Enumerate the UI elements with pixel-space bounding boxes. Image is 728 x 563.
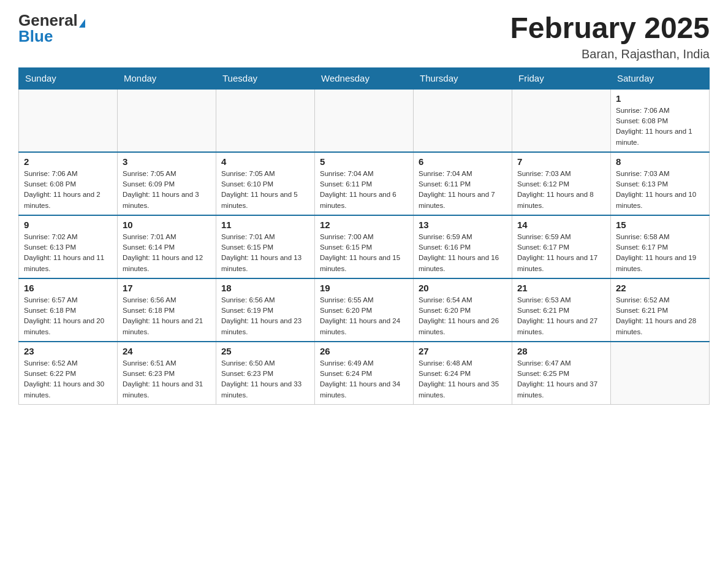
day-number: 3 <box>123 156 211 167</box>
day-number: 26 <box>320 346 408 356</box>
calendar-title: February 2025 <box>510 12 710 45</box>
day-number: 23 <box>24 346 112 356</box>
calendar-cell: 18Sunrise: 6:56 AMSunset: 6:19 PMDayligh… <box>216 278 315 342</box>
calendar-cell <box>611 342 710 405</box>
calendar-cell: 15Sunrise: 6:58 AMSunset: 6:17 PMDayligh… <box>611 215 710 278</box>
calendar-cell: 3Sunrise: 7:05 AMSunset: 6:09 PMDaylight… <box>118 152 216 215</box>
day-info: Sunrise: 6:49 AMSunset: 6:24 PMDaylight:… <box>320 358 408 400</box>
day-number: 19 <box>320 283 408 293</box>
day-number: 6 <box>419 156 507 167</box>
day-info: Sunrise: 6:56 AMSunset: 6:19 PMDaylight:… <box>221 295 309 337</box>
calendar-cell <box>414 89 512 152</box>
day-info: Sunrise: 7:05 AMSunset: 6:10 PMDaylight:… <box>221 169 309 211</box>
calendar-cell: 14Sunrise: 6:59 AMSunset: 6:17 PMDayligh… <box>512 215 611 278</box>
calendar-cell: 23Sunrise: 6:52 AMSunset: 6:22 PMDayligh… <box>19 342 118 405</box>
day-info: Sunrise: 7:05 AMSunset: 6:09 PMDaylight:… <box>123 169 211 211</box>
weekday-header-thursday: Thursday <box>414 67 512 89</box>
calendar-cell: 24Sunrise: 6:51 AMSunset: 6:23 PMDayligh… <box>118 342 216 405</box>
day-number: 12 <box>320 220 408 230</box>
calendar-cell: 17Sunrise: 6:56 AMSunset: 6:18 PMDayligh… <box>118 278 216 342</box>
day-number: 21 <box>517 283 605 293</box>
day-number: 17 <box>123 283 211 293</box>
logo-top-line: General <box>18 12 85 28</box>
day-info: Sunrise: 6:59 AMSunset: 6:17 PMDaylight:… <box>517 232 605 274</box>
calendar-cell: 11Sunrise: 7:01 AMSunset: 6:15 PMDayligh… <box>216 215 315 278</box>
calendar-cell: 26Sunrise: 6:49 AMSunset: 6:24 PMDayligh… <box>315 342 414 405</box>
day-number: 22 <box>616 283 704 293</box>
day-number: 5 <box>320 156 408 167</box>
week-row-4: 16Sunrise: 6:57 AMSunset: 6:18 PMDayligh… <box>19 278 710 342</box>
day-info: Sunrise: 7:02 AMSunset: 6:13 PMDaylight:… <box>24 232 112 274</box>
day-info: Sunrise: 6:57 AMSunset: 6:18 PMDaylight:… <box>24 295 112 337</box>
weekday-header-wednesday: Wednesday <box>315 67 414 89</box>
calendar-cell <box>512 89 611 152</box>
day-info: Sunrise: 7:06 AMSunset: 6:08 PMDaylight:… <box>616 105 704 148</box>
calendar-subtitle: Baran, Rajasthan, India <box>510 47 710 61</box>
calendar-cell: 12Sunrise: 7:00 AMSunset: 6:15 PMDayligh… <box>315 215 414 278</box>
calendar-cell: 25Sunrise: 6:50 AMSunset: 6:23 PMDayligh… <box>216 342 315 405</box>
day-number: 9 <box>24 220 112 230</box>
day-number: 8 <box>616 156 704 167</box>
day-info: Sunrise: 6:52 AMSunset: 6:22 PMDaylight:… <box>24 358 112 400</box>
day-info: Sunrise: 7:04 AMSunset: 6:11 PMDaylight:… <box>320 169 408 211</box>
day-info: Sunrise: 6:58 AMSunset: 6:17 PMDaylight:… <box>616 232 704 274</box>
weekday-header-tuesday: Tuesday <box>216 67 315 89</box>
day-info: Sunrise: 7:01 AMSunset: 6:14 PMDaylight:… <box>123 232 211 274</box>
day-number: 27 <box>419 346 507 356</box>
page-header: General Blue February 2025 Baran, Rajast… <box>18 12 710 61</box>
weekday-header-friday: Friday <box>512 67 611 89</box>
week-row-5: 23Sunrise: 6:52 AMSunset: 6:22 PMDayligh… <box>19 342 710 405</box>
calendar-cell <box>315 89 414 152</box>
calendar-cell: 16Sunrise: 6:57 AMSunset: 6:18 PMDayligh… <box>19 278 118 342</box>
day-number: 2 <box>24 156 112 167</box>
calendar-cell: 7Sunrise: 7:03 AMSunset: 6:12 PMDaylight… <box>512 152 611 215</box>
weekday-header-saturday: Saturday <box>611 67 710 89</box>
day-number: 20 <box>419 283 507 293</box>
logo-blue-text: Blue <box>18 27 53 45</box>
calendar-cell: 8Sunrise: 7:03 AMSunset: 6:13 PMDaylight… <box>611 152 710 215</box>
day-info: Sunrise: 6:47 AMSunset: 6:25 PMDaylight:… <box>517 358 605 400</box>
calendar-cell: 2Sunrise: 7:06 AMSunset: 6:08 PMDaylight… <box>19 152 118 215</box>
calendar-cell: 5Sunrise: 7:04 AMSunset: 6:11 PMDaylight… <box>315 152 414 215</box>
calendar-cell: 20Sunrise: 6:54 AMSunset: 6:20 PMDayligh… <box>414 278 512 342</box>
calendar-cell <box>118 89 216 152</box>
day-number: 1 <box>616 93 704 104</box>
day-info: Sunrise: 7:04 AMSunset: 6:11 PMDaylight:… <box>419 169 507 211</box>
calendar-cell: 9Sunrise: 7:02 AMSunset: 6:13 PMDaylight… <box>19 215 118 278</box>
weekday-header-row: SundayMondayTuesdayWednesdayThursdayFrid… <box>19 67 710 89</box>
day-number: 16 <box>24 283 112 293</box>
day-number: 25 <box>221 346 309 356</box>
calendar-cell: 22Sunrise: 6:52 AMSunset: 6:21 PMDayligh… <box>611 278 710 342</box>
logo-bottom-line: Blue <box>18 28 53 44</box>
day-number: 15 <box>616 220 704 230</box>
logo: General Blue <box>18 12 85 44</box>
calendar-cell <box>19 89 118 152</box>
day-info: Sunrise: 6:52 AMSunset: 6:21 PMDaylight:… <box>616 295 704 337</box>
day-number: 18 <box>221 283 309 293</box>
day-info: Sunrise: 7:06 AMSunset: 6:08 PMDaylight:… <box>24 169 112 211</box>
day-number: 4 <box>221 156 309 167</box>
day-info: Sunrise: 6:48 AMSunset: 6:24 PMDaylight:… <box>419 358 507 400</box>
calendar-cell: 6Sunrise: 7:04 AMSunset: 6:11 PMDaylight… <box>414 152 512 215</box>
calendar-cell: 19Sunrise: 6:55 AMSunset: 6:20 PMDayligh… <box>315 278 414 342</box>
day-info: Sunrise: 6:55 AMSunset: 6:20 PMDaylight:… <box>320 295 408 337</box>
calendar-cell: 13Sunrise: 6:59 AMSunset: 6:16 PMDayligh… <box>414 215 512 278</box>
day-info: Sunrise: 6:59 AMSunset: 6:16 PMDaylight:… <box>419 232 507 274</box>
day-number: 24 <box>123 346 211 356</box>
day-info: Sunrise: 6:54 AMSunset: 6:20 PMDaylight:… <box>419 295 507 337</box>
day-info: Sunrise: 7:01 AMSunset: 6:15 PMDaylight:… <box>221 232 309 274</box>
weekday-header-monday: Monday <box>118 67 216 89</box>
day-info: Sunrise: 7:03 AMSunset: 6:13 PMDaylight:… <box>616 169 704 211</box>
week-row-3: 9Sunrise: 7:02 AMSunset: 6:13 PMDaylight… <box>19 215 710 278</box>
calendar-cell: 10Sunrise: 7:01 AMSunset: 6:14 PMDayligh… <box>118 215 216 278</box>
day-info: Sunrise: 6:51 AMSunset: 6:23 PMDaylight:… <box>123 358 211 400</box>
day-number: 13 <box>419 220 507 230</box>
day-info: Sunrise: 6:50 AMSunset: 6:23 PMDaylight:… <box>221 358 309 400</box>
day-info: Sunrise: 7:00 AMSunset: 6:15 PMDaylight:… <box>320 232 408 274</box>
day-info: Sunrise: 6:56 AMSunset: 6:18 PMDaylight:… <box>123 295 211 337</box>
day-number: 28 <box>517 346 605 356</box>
calendar-table: SundayMondayTuesdayWednesdayThursdayFrid… <box>18 67 710 405</box>
weekday-header-sunday: Sunday <box>19 67 118 89</box>
calendar-cell <box>216 89 315 152</box>
calendar-cell: 27Sunrise: 6:48 AMSunset: 6:24 PMDayligh… <box>414 342 512 405</box>
